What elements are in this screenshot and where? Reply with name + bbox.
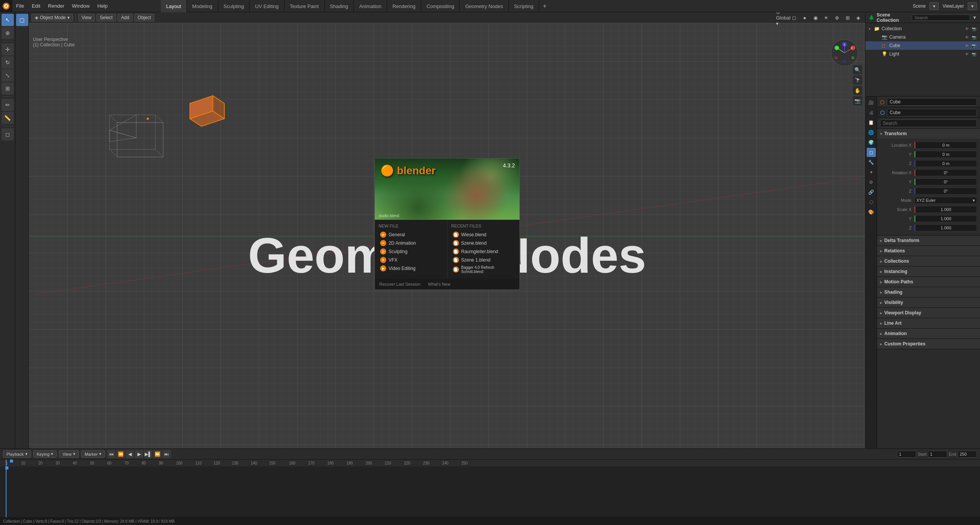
eye-icon[interactable]: 👁 (964, 26, 970, 32)
splash-recent-1[interactable]: 📄 Wiese.blend (451, 230, 516, 239)
recover-session-btn[interactable]: Recover Last Session (379, 281, 420, 286)
custom-properties-header[interactable]: ▸ Custom Properties (877, 339, 980, 349)
object-mode-btn[interactable]: ◈ Object Mode ▾ (31, 14, 73, 21)
viewlayer-selector[interactable]: ▼ (968, 2, 977, 10)
render-icon-cam[interactable]: 📷 (971, 34, 977, 40)
viewport-shading-material[interactable]: ◉ (811, 13, 820, 22)
location-y-value[interactable]: 0 m (915, 151, 977, 158)
eye-icon-cam[interactable]: 👁 (964, 34, 970, 40)
rotation-z-value[interactable]: 0° (915, 188, 977, 195)
tab-shading[interactable]: Shading (325, 0, 354, 12)
prev-frame-btn[interactable]: ◀ (126, 450, 134, 458)
marker-btn[interactable]: Marker ▾ (81, 450, 105, 458)
jump-next-btn[interactable]: ⏩ (153, 450, 162, 458)
playback-btn[interactable]: Playback ▾ (3, 450, 31, 458)
jump-end-btn[interactable]: ⏭ (162, 450, 171, 458)
splash-recent-3[interactable]: 📄 Raumgleiter.blend (451, 247, 516, 255)
scene-props-btn[interactable]: 🌐 (867, 128, 876, 137)
rotation-x-value[interactable]: 0° (915, 169, 977, 176)
render-props-btn[interactable]: 🎥 (867, 98, 876, 107)
view-layer-props-btn[interactable]: 📋 (867, 118, 876, 127)
animation-section-header[interactable]: ▸ Animation (877, 329, 980, 339)
splash-video-editing[interactable]: ▶ Video Editing (379, 264, 443, 272)
visibility-header[interactable]: ▸ Visibility (877, 298, 980, 307)
render-icon-cube[interactable]: 📷 (971, 43, 977, 49)
output-props-btn[interactable]: 🖨 (867, 108, 876, 117)
add-workspace-btn[interactable]: + (539, 3, 550, 10)
menu-file[interactable]: File (12, 0, 28, 12)
current-frame-input[interactable] (897, 451, 916, 458)
jump-start-btn[interactable]: ⏮ (107, 450, 116, 458)
collections-header[interactable]: ▸ Collections (877, 256, 980, 266)
tab-rendering[interactable]: Rendering (387, 0, 421, 12)
eye-icon-light[interactable]: 👁 (964, 51, 970, 57)
outliner-cube-row[interactable]: ◻ Cube 👁 📷 (866, 41, 980, 50)
tab-sculpting[interactable]: Sculpting (218, 0, 250, 12)
tab-modeling[interactable]: Modeling (187, 0, 218, 12)
frame-end-input[interactable] (958, 451, 977, 458)
physics-props-btn[interactable]: ⚙ (867, 178, 876, 187)
props-search-input[interactable] (880, 119, 977, 127)
tab-uv-editing[interactable]: UV Editing (250, 0, 284, 12)
rotation-mode-value[interactable]: XYZ Euler ▾ (915, 197, 977, 204)
viewport-gizmo-btn[interactable]: ⊕ (832, 13, 841, 22)
data-name-input[interactable] (887, 109, 977, 116)
location-x-value[interactable]: 0 m (915, 142, 977, 149)
viewport-overlay-btn[interactable]: ⊞ (843, 13, 852, 22)
constraints-props-btn[interactable]: 🔗 (867, 188, 876, 197)
tool-move[interactable]: ✛ (2, 43, 14, 56)
frame-start-input[interactable] (928, 451, 947, 458)
tool-add-cube[interactable]: ◻ (2, 128, 14, 141)
render-icon[interactable]: 📷 (971, 26, 977, 32)
splash-recent-4[interactable]: 📄 Szene 1.blend (451, 255, 516, 264)
navigation-gizmo[interactable]: X Y Z (829, 38, 860, 68)
next-frame-btn[interactable]: ▶▌ (144, 450, 152, 458)
tab-compositing[interactable]: Compositing (421, 0, 460, 12)
jump-prev-btn[interactable]: ⏪ (116, 450, 125, 458)
data-props-btn[interactable]: ⬡ (867, 198, 876, 207)
tool-cursor[interactable]: ⊕ (2, 27, 14, 39)
tab-layout[interactable]: Layout (161, 0, 187, 12)
viewport-shading-solid[interactable]: ● (800, 13, 809, 22)
splash-recent-2[interactable]: 📄 Szene.blend (451, 239, 516, 247)
outliner-light-row[interactable]: 💡 Light 👁 📷 (866, 50, 980, 58)
render-icon-light[interactable]: 📷 (971, 51, 977, 57)
eye-icon-cube[interactable]: 👁 (964, 43, 970, 49)
tab-animation[interactable]: Animation (354, 0, 387, 12)
camera-perspective-icon[interactable]: 📷 (853, 96, 862, 105)
tab-scripting[interactable]: Scripting (509, 0, 539, 12)
object-menu-btn[interactable]: Object (134, 14, 155, 21)
particles-props-btn[interactable]: ✦ (867, 168, 876, 177)
scale-x-value[interactable]: 1.000 (915, 206, 977, 213)
menu-edit[interactable]: Edit (28, 0, 44, 12)
outliner-search-input[interactable] (912, 15, 970, 21)
tab-texture-paint[interactable]: Texture Paint (284, 0, 325, 12)
splash-vfx[interactable]: ✦ VFX (379, 255, 443, 264)
splash-general[interactable]: ⊕ General (379, 230, 443, 239)
splash-2d-animation[interactable]: ✏ 2D Animation (379, 239, 443, 247)
tab-geometry-nodes[interactable]: Geometry Nodes (460, 0, 508, 12)
select-menu-btn[interactable]: Select (96, 14, 116, 21)
hand-icon[interactable]: ✋ (853, 86, 862, 95)
outliner-camera-row[interactable]: 📷 Camera 👁 📷 (866, 33, 980, 41)
tool2-select-box[interactable]: ▢ (16, 14, 28, 26)
menu-help[interactable]: Help (93, 0, 111, 12)
transform-section-header[interactable]: ▾ Transform (877, 129, 980, 139)
viewport-display-header[interactable]: ▸ Viewport Display (877, 308, 980, 318)
material-props-btn[interactable]: 🎨 (867, 208, 876, 217)
modifier-props-btn[interactable]: 🔧 (867, 158, 876, 167)
line-art-header[interactable]: ▸ Line Art (877, 318, 980, 328)
delta-transform-header[interactable]: ▸ Delta Transform (877, 236, 980, 245)
whats-new-btn[interactable]: What's New (428, 281, 450, 286)
object-props-btn[interactable]: ◻ (867, 148, 876, 157)
tool-select[interactable]: ↖ (2, 14, 14, 26)
viewport-shading-rendered[interactable]: ☀ (822, 13, 831, 22)
viewport-3d[interactable]: ◈ Object Mode ▾ View Select Add Object ⊙… (29, 12, 865, 448)
object-name-input[interactable] (887, 98, 977, 106)
instancing-header[interactable]: ▸ Instancing (877, 267, 980, 276)
viewport-xray-btn[interactable]: ◈ (854, 13, 863, 22)
menu-render[interactable]: Render (44, 0, 68, 12)
menu-window[interactable]: Window (68, 0, 93, 12)
scale-y-value[interactable]: 1.000 (915, 215, 977, 222)
play-btn[interactable]: ▶ (135, 450, 143, 458)
